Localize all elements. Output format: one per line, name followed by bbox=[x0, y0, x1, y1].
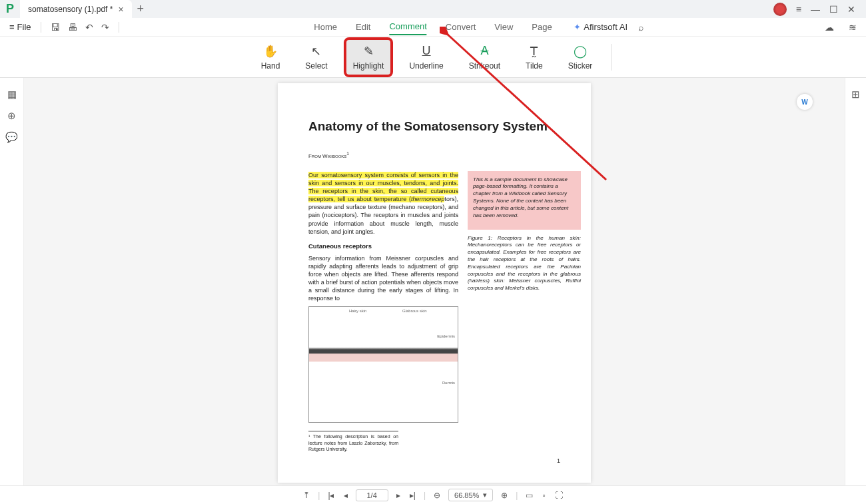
tilde-icon: T̰ bbox=[530, 44, 538, 59]
new-tab-button[interactable]: + bbox=[137, 2, 145, 16]
search-icon[interactable]: ⌕ bbox=[634, 22, 648, 33]
thumbnail-icon[interactable]: ▦ bbox=[7, 89, 17, 101]
underline-icon: U bbox=[422, 44, 431, 59]
statusbar: ⤒ | |◂ ◂ 1/4 ▸ ▸| | ⊖ 66.85%▾ ⊕ | ▭ ▫ ⛶ bbox=[0, 485, 866, 504]
workspace: ▦ ⊕ 💬 W Anatomy of the Somatosensory Sys… bbox=[0, 78, 866, 485]
page-number: 1 bbox=[557, 457, 560, 464]
nav-home[interactable]: Home bbox=[314, 19, 337, 35]
body-right-column: This is a sample document to showcase pa… bbox=[468, 171, 581, 453]
highlight-icon: ✎ bbox=[364, 44, 374, 59]
strikeout-icon: A bbox=[480, 44, 488, 59]
subheading: Cutaneous receptors bbox=[308, 242, 458, 251]
tool-hand[interactable]: ✋ Hand bbox=[254, 40, 287, 75]
ai-button[interactable]: ✦ Afirstsoft AI bbox=[574, 22, 628, 32]
maximize-button[interactable]: ☐ bbox=[829, 4, 838, 15]
first-page-icon[interactable]: |◂ bbox=[326, 491, 335, 500]
sparkle-icon: ✦ bbox=[574, 22, 581, 32]
menubar: ≡ File 🖫 🖶 ↶ ↷ Home Edit Comment Convert… bbox=[0, 18, 866, 37]
tool-strikeout[interactable]: A Strikeout bbox=[462, 40, 507, 75]
tool-highlight[interactable]: ✎ Highlight bbox=[346, 40, 391, 75]
doc-title: Anatomy of the Somatosensory System bbox=[308, 119, 560, 134]
titlebar: P somatosensory (1).pdf * × + ≡ — ☐ ✕ bbox=[0, 0, 866, 18]
footnote: ¹ The following description is based on … bbox=[308, 431, 398, 452]
bookmark-icon[interactable]: ⊕ bbox=[7, 110, 16, 122]
document-tab[interactable]: somatosensory (1).pdf * × bbox=[20, 0, 132, 18]
save-icon[interactable]: 🖫 bbox=[47, 22, 64, 33]
tab-title: somatosensory (1).pdf * bbox=[28, 5, 113, 14]
close-window-button[interactable]: ✕ bbox=[847, 4, 855, 15]
redo-icon[interactable]: ↷ bbox=[97, 22, 113, 33]
page-top-icon[interactable]: ⤒ bbox=[302, 491, 311, 500]
minimize-button[interactable]: — bbox=[811, 4, 820, 15]
sticker-icon: ◯ bbox=[574, 44, 587, 59]
paragraph: Sensory information from Meissner corpus… bbox=[308, 254, 458, 303]
comment-toolbar: ✋ Hand ↖ Select ✎ Highlight U Underline … bbox=[0, 37, 866, 78]
undo-icon[interactable]: ↶ bbox=[81, 22, 97, 33]
tool-sticker[interactable]: ◯ Sticker bbox=[562, 40, 600, 75]
fit-page-icon[interactable]: ▫ bbox=[541, 491, 546, 500]
more-icon[interactable]: ≋ bbox=[845, 22, 861, 33]
left-panel: ▦ ⊕ 💬 bbox=[0, 78, 24, 485]
skin-diagram: Hairy skin Glabrous skin Epidermis Dermi… bbox=[308, 306, 458, 423]
fit-width-icon[interactable]: ▭ bbox=[524, 491, 534, 500]
tool-tilde[interactable]: T̰ Tilde bbox=[519, 40, 550, 75]
page-canvas[interactable]: W Anatomy of the Somatosensory System Fr… bbox=[24, 78, 845, 485]
separator bbox=[41, 22, 41, 33]
separator bbox=[119, 22, 119, 33]
info-box: This is a sample document to showcase pa… bbox=[468, 171, 581, 230]
zoom-out-icon[interactable]: ⊖ bbox=[432, 491, 442, 500]
pdf-page: Anatomy of the Somatosensory System From… bbox=[278, 83, 591, 483]
last-page-icon[interactable]: ▸| bbox=[408, 491, 417, 500]
tool-underline[interactable]: U Underline bbox=[402, 40, 450, 75]
doc-source: From Wikibooks1 bbox=[308, 151, 560, 159]
page-indicator[interactable]: 1/4 bbox=[356, 489, 388, 501]
word-export-badge[interactable]: W bbox=[797, 94, 813, 110]
zoom-in-icon[interactable]: ⊕ bbox=[500, 491, 509, 500]
tool-select[interactable]: ↖ Select bbox=[298, 40, 334, 75]
nav-page[interactable]: Page bbox=[532, 19, 552, 35]
menu-icon: ≡ bbox=[9, 22, 15, 32]
print-icon[interactable]: 🖶 bbox=[64, 22, 81, 33]
nav-convert[interactable]: Convert bbox=[446, 19, 476, 35]
hamburger-icon[interactable]: ≡ bbox=[796, 4, 801, 15]
hand-icon: ✋ bbox=[263, 44, 278, 59]
user-avatar[interactable] bbox=[773, 3, 787, 16]
close-tab-icon[interactable]: × bbox=[118, 4, 123, 15]
next-page-icon[interactable]: ▸ bbox=[395, 491, 402, 500]
figure-caption: Figure 1: Receptors in the human skin: M… bbox=[468, 235, 581, 292]
app-logo: P bbox=[0, 0, 20, 18]
comments-icon[interactable]: 💬 bbox=[5, 131, 18, 143]
separator bbox=[611, 44, 612, 71]
properties-icon[interactable]: ⊞ bbox=[851, 89, 860, 101]
nav-view[interactable]: View bbox=[494, 19, 513, 35]
main-nav: Home Edit Comment Convert View Page bbox=[314, 19, 552, 35]
file-menu[interactable]: ≡ File bbox=[5, 22, 35, 32]
prev-page-icon[interactable]: ◂ bbox=[342, 491, 349, 500]
body-left-column: Our somatosensory system consists of sen… bbox=[308, 171, 458, 453]
cloud-icon[interactable]: ☁ bbox=[821, 22, 838, 33]
zoom-level[interactable]: 66.85%▾ bbox=[448, 489, 493, 501]
nav-edit[interactable]: Edit bbox=[356, 19, 370, 35]
cursor-icon: ↖ bbox=[311, 44, 321, 59]
nav-comment[interactable]: Comment bbox=[389, 19, 426, 35]
right-panel: ⊞ bbox=[845, 78, 866, 485]
fullscreen-icon[interactable]: ⛶ bbox=[554, 491, 564, 500]
